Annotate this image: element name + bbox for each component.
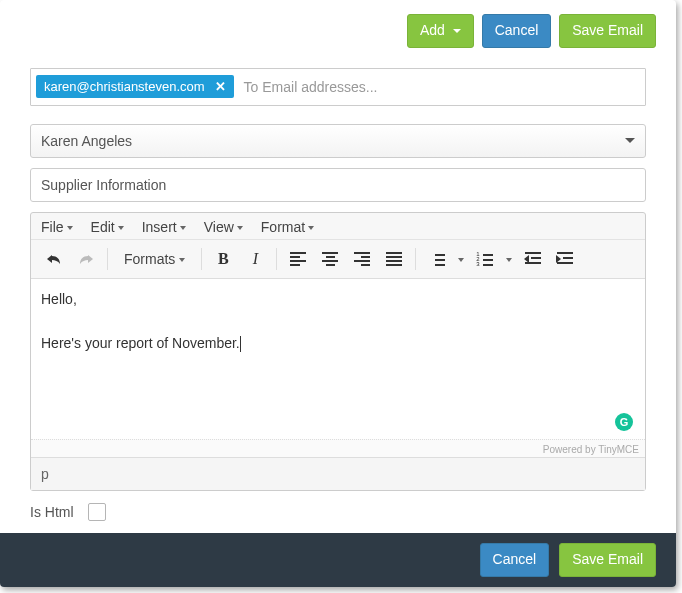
save-email-button-bottom[interactable]: Save Email [559, 543, 656, 577]
undo-icon [46, 252, 62, 266]
align-justify-icon [386, 252, 402, 266]
numbered-list-button[interactable]: 1 2 3 [470, 246, 500, 272]
align-right-button[interactable] [347, 246, 377, 272]
outdent-icon [525, 252, 541, 266]
numbered-list-icon: 1 2 3 [477, 252, 493, 266]
undo-button[interactable] [39, 246, 69, 272]
subject-text: Supplier Information [41, 177, 166, 193]
status-path: p [41, 466, 49, 482]
add-label: Add [420, 22, 445, 38]
editor-statusbar: p [31, 457, 645, 490]
bold-button[interactable]: B [208, 246, 238, 272]
recipient-chip[interactable]: karen@christiansteven.com ✕ [36, 75, 234, 98]
top-button-bar: Add Cancel Save Email [0, 0, 676, 56]
chevron-down-icon [67, 226, 73, 230]
align-right-icon [354, 252, 370, 266]
recipient-chip-text: karen@christiansteven.com [44, 79, 205, 94]
align-center-button[interactable] [315, 246, 345, 272]
bulleted-list-icon [429, 252, 445, 266]
add-dropdown-button[interactable]: Add [407, 14, 474, 48]
editor-content-area[interactable]: Hello, Here's your report of November. G [31, 279, 645, 439]
body-line: Hello, [41, 291, 635, 307]
is-html-checkbox[interactable] [88, 503, 106, 521]
menu-insert[interactable]: Insert [142, 219, 186, 235]
text-cursor [240, 336, 241, 352]
blank-line [41, 307, 635, 335]
toolbar-separator [276, 248, 277, 270]
bottom-button-bar: Cancel Save Email [0, 533, 676, 587]
grammarly-icon[interactable]: G [615, 413, 633, 431]
chevron-down-icon [458, 258, 464, 262]
chevron-down-icon [453, 29, 461, 33]
chevron-down-icon [506, 258, 512, 262]
italic-button[interactable]: I [240, 246, 270, 272]
menu-edit[interactable]: Edit [91, 219, 124, 235]
chevron-down-icon [308, 226, 314, 230]
to-addresses-field[interactable]: karen@christiansteven.com ✕ To Email add… [30, 68, 646, 106]
toolbar-separator [415, 248, 416, 270]
redo-icon [78, 252, 94, 266]
cancel-button-bottom[interactable]: Cancel [480, 543, 550, 577]
body-line: Here's your report of November. [41, 335, 635, 352]
cancel-button[interactable]: Cancel [482, 14, 552, 48]
powered-by-label: Powered by TinyMCE [31, 439, 645, 457]
from-selected-value: Karen Angeles [41, 133, 132, 149]
is-html-row: Is Html [30, 491, 646, 521]
save-email-button[interactable]: Save Email [559, 14, 656, 48]
editor-menubar: File Edit Insert View Format [31, 213, 645, 240]
bulleted-list-button[interactable] [422, 246, 452, 272]
menu-view[interactable]: View [204, 219, 243, 235]
chevron-down-icon [237, 226, 243, 230]
to-placeholder-text: To Email addresses... [240, 75, 640, 99]
align-left-button[interactable] [283, 246, 313, 272]
remove-recipient-icon[interactable]: ✕ [215, 79, 226, 94]
chevron-down-icon [180, 226, 186, 230]
menu-format[interactable]: Format [261, 219, 314, 235]
align-justify-button[interactable] [379, 246, 409, 272]
indent-button[interactable] [550, 246, 580, 272]
align-center-icon [322, 252, 338, 266]
toolbar-separator [201, 248, 202, 270]
chevron-down-icon [118, 226, 124, 230]
subject-input[interactable]: Supplier Information [30, 168, 646, 202]
chevron-down-icon [179, 258, 185, 262]
toolbar-separator [107, 248, 108, 270]
editor-toolbar: Formats B I [31, 240, 645, 279]
bulleted-list-more[interactable] [454, 246, 468, 272]
from-select[interactable]: Karen Angeles [30, 124, 646, 158]
align-left-icon [290, 252, 306, 266]
redo-button[interactable] [71, 246, 101, 272]
numbered-list-more[interactable] [502, 246, 516, 272]
indent-icon [557, 252, 573, 266]
formats-dropdown[interactable]: Formats [114, 246, 195, 272]
is-html-label: Is Html [30, 504, 74, 520]
chevron-down-icon [625, 138, 635, 143]
rich-text-editor: File Edit Insert View Format Formats [30, 212, 646, 491]
menu-file[interactable]: File [41, 219, 73, 235]
outdent-button[interactable] [518, 246, 548, 272]
